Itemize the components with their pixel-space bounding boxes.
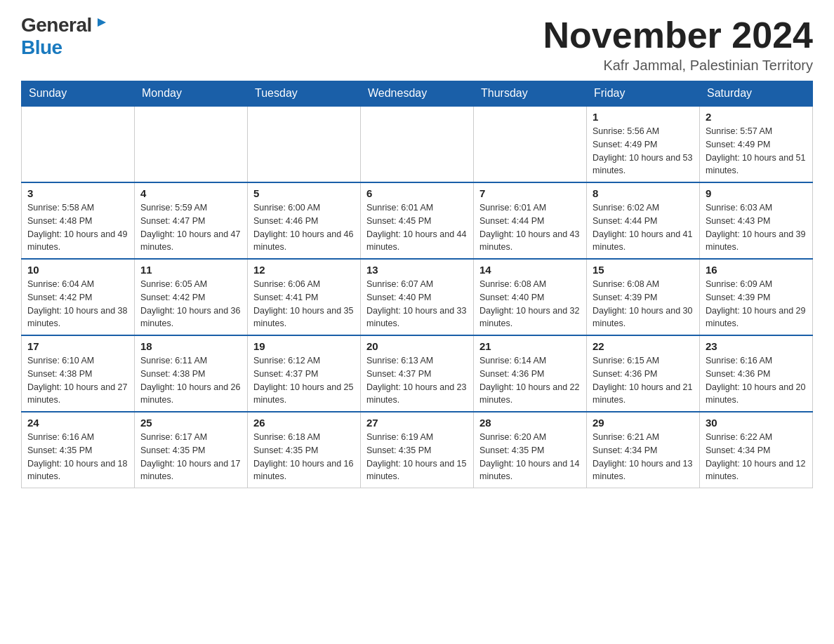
calendar-cell: 7Sunrise: 6:01 AMSunset: 4:44 PMDaylight… [474, 182, 587, 259]
calendar-cell: 30Sunrise: 6:22 AMSunset: 4:34 PMDayligh… [700, 412, 813, 488]
day-info: Sunrise: 6:00 AMSunset: 4:46 PMDaylight:… [253, 201, 355, 254]
day-info: Sunrise: 6:04 AMSunset: 4:42 PMDaylight:… [27, 278, 128, 330]
calendar-cell: 28Sunrise: 6:20 AMSunset: 4:35 PMDayligh… [474, 412, 587, 488]
day-number: 6 [366, 187, 468, 199]
day-number: 10 [27, 264, 128, 276]
calendar-cell: 19Sunrise: 6:12 AMSunset: 4:37 PMDayligh… [248, 335, 361, 412]
calendar-cell: 21Sunrise: 6:14 AMSunset: 4:36 PMDayligh… [474, 335, 587, 412]
month-title: November 2024 [543, 14, 813, 56]
calendar-cell: 20Sunrise: 6:13 AMSunset: 4:37 PMDayligh… [361, 335, 474, 412]
day-info: Sunrise: 5:58 AMSunset: 4:48 PMDaylight:… [27, 201, 128, 254]
day-of-week-header: Wednesday [361, 81, 474, 107]
calendar-week-row: 10Sunrise: 6:04 AMSunset: 4:42 PMDayligh… [22, 259, 813, 335]
logo: General Blue [21, 14, 109, 59]
logo-general-text: General [21, 14, 92, 36]
calendar-cell: 27Sunrise: 6:19 AMSunset: 4:35 PMDayligh… [361, 412, 474, 488]
day-number: 16 [706, 264, 807, 276]
calendar-cell: 29Sunrise: 6:21 AMSunset: 4:34 PMDayligh… [587, 412, 700, 488]
day-number: 18 [140, 340, 241, 352]
calendar-cell [135, 106, 248, 182]
calendar-header-row: SundayMondayTuesdayWednesdayThursdayFrid… [22, 81, 813, 107]
day-number: 20 [366, 340, 468, 352]
day-info: Sunrise: 6:10 AMSunset: 4:38 PMDaylight:… [27, 354, 128, 407]
calendar-week-row: 1Sunrise: 5:56 AMSunset: 4:49 PMDaylight… [22, 106, 813, 182]
day-number: 17 [27, 340, 128, 352]
day-info: Sunrise: 6:03 AMSunset: 4:43 PMDaylight:… [706, 201, 807, 254]
day-info: Sunrise: 6:08 AMSunset: 4:39 PMDaylight:… [593, 278, 694, 330]
calendar-cell: 22Sunrise: 6:15 AMSunset: 4:36 PMDayligh… [587, 335, 700, 412]
day-info: Sunrise: 6:02 AMSunset: 4:44 PMDaylight:… [593, 201, 694, 254]
calendar-cell: 15Sunrise: 6:08 AMSunset: 4:39 PMDayligh… [587, 259, 700, 335]
calendar-week-row: 17Sunrise: 6:10 AMSunset: 4:38 PMDayligh… [22, 335, 813, 412]
day-of-week-header: Tuesday [248, 81, 361, 107]
day-number: 19 [253, 340, 355, 352]
day-info: Sunrise: 6:05 AMSunset: 4:42 PMDaylight:… [140, 278, 241, 330]
day-info: Sunrise: 6:17 AMSunset: 4:35 PMDaylight:… [140, 431, 241, 483]
location-subtitle: Kafr Jammal, Palestinian Territory [543, 58, 813, 74]
day-info: Sunrise: 6:19 AMSunset: 4:35 PMDaylight:… [366, 431, 468, 483]
day-number: 22 [593, 340, 694, 352]
day-number: 8 [593, 187, 694, 199]
day-number: 4 [140, 187, 241, 199]
calendar-cell: 17Sunrise: 6:10 AMSunset: 4:38 PMDayligh… [22, 335, 135, 412]
calendar-cell: 8Sunrise: 6:02 AMSunset: 4:44 PMDaylight… [587, 182, 700, 259]
calendar-cell: 26Sunrise: 6:18 AMSunset: 4:35 PMDayligh… [248, 412, 361, 488]
day-info: Sunrise: 6:01 AMSunset: 4:45 PMDaylight:… [366, 201, 468, 254]
day-info: Sunrise: 6:22 AMSunset: 4:34 PMDaylight:… [706, 431, 807, 483]
calendar-cell: 25Sunrise: 6:17 AMSunset: 4:35 PMDayligh… [135, 412, 248, 488]
calendar-cell: 12Sunrise: 6:06 AMSunset: 4:41 PMDayligh… [248, 259, 361, 335]
day-number: 2 [706, 111, 807, 123]
calendar-cell: 2Sunrise: 5:57 AMSunset: 4:49 PMDaylight… [700, 106, 813, 182]
day-number: 12 [253, 264, 355, 276]
calendar-cell: 9Sunrise: 6:03 AMSunset: 4:43 PMDaylight… [700, 182, 813, 259]
day-number: 1 [593, 111, 694, 123]
day-number: 11 [140, 264, 241, 276]
day-of-week-header: Friday [587, 81, 700, 107]
calendar-cell: 5Sunrise: 6:00 AMSunset: 4:46 PMDaylight… [248, 182, 361, 259]
day-info: Sunrise: 5:56 AMSunset: 4:49 PMDaylight:… [593, 125, 694, 177]
day-number: 23 [706, 340, 807, 352]
calendar-cell [474, 106, 587, 182]
day-of-week-header: Monday [135, 81, 248, 107]
day-number: 5 [253, 187, 355, 199]
calendar-cell: 6Sunrise: 6:01 AMSunset: 4:45 PMDaylight… [361, 182, 474, 259]
calendar-cell: 14Sunrise: 6:08 AMSunset: 4:40 PMDayligh… [474, 259, 587, 335]
day-info: Sunrise: 5:57 AMSunset: 4:49 PMDaylight:… [706, 125, 807, 177]
calendar-cell: 24Sunrise: 6:16 AMSunset: 4:35 PMDayligh… [22, 412, 135, 488]
day-number: 24 [27, 417, 128, 429]
calendar-cell: 10Sunrise: 6:04 AMSunset: 4:42 PMDayligh… [22, 259, 135, 335]
calendar-cell [361, 106, 474, 182]
day-number: 7 [479, 187, 581, 199]
day-number: 13 [366, 264, 468, 276]
page-header: General Blue November 2024 Kafr Jammal, … [21, 14, 813, 74]
day-info: Sunrise: 6:12 AMSunset: 4:37 PMDaylight:… [253, 354, 355, 407]
day-info: Sunrise: 6:07 AMSunset: 4:40 PMDaylight:… [366, 278, 468, 330]
day-number: 26 [253, 417, 355, 429]
day-number: 27 [366, 417, 468, 429]
day-info: Sunrise: 6:11 AMSunset: 4:38 PMDaylight:… [140, 354, 241, 407]
calendar-table: SundayMondayTuesdayWednesdayThursdayFrid… [21, 81, 813, 488]
day-info: Sunrise: 6:15 AMSunset: 4:36 PMDaylight:… [593, 354, 694, 407]
day-number: 14 [479, 264, 581, 276]
day-info: Sunrise: 6:08 AMSunset: 4:40 PMDaylight:… [479, 278, 581, 330]
day-number: 30 [706, 417, 807, 429]
calendar-cell [248, 106, 361, 182]
day-number: 28 [479, 417, 581, 429]
day-info: Sunrise: 6:18 AMSunset: 4:35 PMDaylight:… [253, 431, 355, 483]
calendar-cell: 18Sunrise: 6:11 AMSunset: 4:38 PMDayligh… [135, 335, 248, 412]
day-info: Sunrise: 6:01 AMSunset: 4:44 PMDaylight:… [479, 201, 581, 254]
day-of-week-header: Saturday [700, 81, 813, 107]
day-number: 25 [140, 417, 241, 429]
day-of-week-header: Sunday [22, 81, 135, 107]
day-of-week-header: Thursday [474, 81, 587, 107]
day-info: Sunrise: 6:14 AMSunset: 4:36 PMDaylight:… [479, 354, 581, 407]
day-info: Sunrise: 6:09 AMSunset: 4:39 PMDaylight:… [706, 278, 807, 330]
day-number: 29 [593, 417, 694, 429]
day-info: Sunrise: 6:21 AMSunset: 4:34 PMDaylight:… [593, 431, 694, 483]
svg-marker-0 [98, 18, 106, 27]
calendar-week-row: 3Sunrise: 5:58 AMSunset: 4:48 PMDaylight… [22, 182, 813, 259]
day-info: Sunrise: 5:59 AMSunset: 4:47 PMDaylight:… [140, 201, 241, 254]
calendar-cell: 16Sunrise: 6:09 AMSunset: 4:39 PMDayligh… [700, 259, 813, 335]
title-section: November 2024 Kafr Jammal, Palestinian T… [543, 14, 813, 74]
day-number: 21 [479, 340, 581, 352]
